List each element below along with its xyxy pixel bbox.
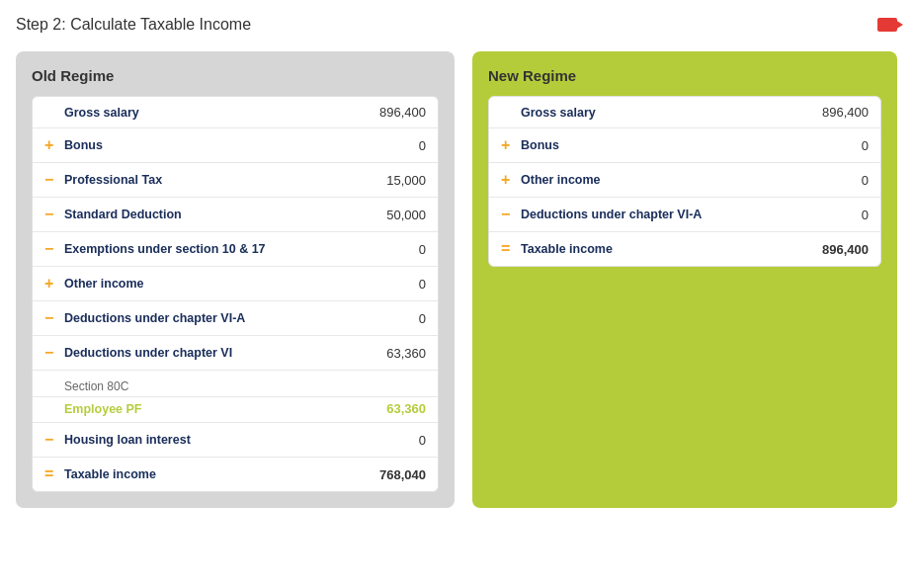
new-taxable-label: Taxable income: [521, 242, 799, 256]
new-bonus-label: Bonus: [521, 138, 799, 152]
new-regime-table: Gross salary 896,400 + Bonus 0 + Other i…: [488, 96, 881, 267]
old-bonus-label: Bonus: [64, 138, 357, 152]
old-bonus-row: + Bonus 0: [33, 128, 438, 163]
old-regime-table: Gross salary 896,400 + Bonus 0 − Profess…: [32, 96, 439, 492]
new-bonus-row: + Bonus 0: [489, 128, 880, 163]
old-deductions-via-label: Deductions under chapter VI-A: [64, 311, 357, 325]
old-deductions-via-row: − Deductions under chapter VI-A 0: [33, 301, 438, 336]
old-standard-deduction-symbol: −: [44, 206, 60, 223]
old-housing-loan-label: Housing loan interest: [64, 433, 357, 447]
new-bonus-value: 0: [799, 138, 869, 153]
old-professional-tax-value: 15,000: [357, 173, 426, 188]
old-other-income-row: + Other income 0: [33, 267, 438, 301]
old-deductions-vi-value: 63,360: [357, 346, 426, 361]
old-taxable-label: Taxable income: [64, 467, 357, 481]
old-professional-tax-row: − Professional Tax 15,000: [33, 163, 438, 198]
old-bonus-value: 0: [357, 138, 426, 153]
new-deductions-via-row: − Deductions under chapter VI-A 0: [489, 198, 880, 232]
old-standard-deduction-value: 50,000: [357, 208, 426, 222]
old-deductions-via-value: 0: [357, 311, 426, 326]
old-gross-label: Gross salary: [64, 106, 357, 120]
old-professional-tax-label: Professional Tax: [64, 173, 357, 187]
new-regime-panel: New Regime Gross salary 896,400 + Bonus …: [472, 51, 897, 508]
old-taxable-symbol: =: [44, 465, 60, 483]
old-deductions-vi-symbol: −: [44, 344, 60, 362]
old-section80c-header: Section 80C: [33, 371, 438, 397]
new-other-income-symbol: +: [501, 171, 517, 189]
new-other-income-label: Other income: [521, 173, 799, 187]
new-deductions-via-value: 0: [799, 208, 869, 222]
new-gross-value: 896,400: [799, 105, 869, 120]
old-housing-loan-symbol: −: [44, 431, 60, 449]
old-exemptions-symbol: −: [44, 240, 60, 258]
new-other-income-row: + Other income 0: [489, 163, 880, 198]
old-housing-loan-value: 0: [357, 433, 426, 448]
old-other-income-value: 0: [357, 277, 426, 292]
old-deductions-vi-label: Deductions under chapter VI: [64, 346, 357, 360]
old-gross-value: 896,400: [357, 105, 426, 120]
new-bonus-symbol: +: [501, 136, 517, 154]
old-exemptions-value: 0: [357, 242, 426, 257]
new-other-income-value: 0: [799, 173, 869, 188]
panels-container: Old Regime Gross salary 896,400 + Bonus …: [16, 51, 897, 508]
old-employee-pf-value: 63,360: [386, 401, 426, 416]
old-taxable-income-row: = Taxable income 768,040: [33, 458, 438, 491]
old-other-income-label: Other income: [64, 277, 357, 291]
old-exemptions-row: − Exemptions under section 10 & 17 0: [33, 232, 438, 267]
new-taxable-income-row: = Taxable income 896,400: [489, 232, 880, 266]
new-regime-title: New Regime: [488, 67, 881, 84]
old-regime-panel: Old Regime Gross salary 896,400 + Bonus …: [16, 51, 455, 508]
old-standard-deduction-row: − Standard Deduction 50,000: [33, 198, 438, 232]
new-taxable-value: 896,400: [799, 242, 869, 257]
old-employee-pf-row: Employee PF 63,360: [33, 397, 438, 423]
old-regime-title: Old Regime: [32, 67, 439, 84]
old-deductions-vi-row: − Deductions under chapter VI 63,360: [33, 336, 438, 371]
old-standard-deduction-label: Standard Deduction: [64, 208, 357, 221]
old-bonus-symbol: +: [44, 136, 60, 154]
page-header: Step 2: Calculate Taxable Income: [16, 16, 897, 34]
old-employee-pf-label: Employee PF: [64, 402, 386, 416]
old-taxable-value: 768,040: [357, 467, 426, 482]
new-deductions-via-symbol: −: [501, 206, 517, 223]
new-gross-salary-row: Gross salary 896,400: [489, 97, 880, 128]
new-taxable-symbol: =: [501, 240, 517, 258]
old-deductions-via-symbol: −: [44, 309, 60, 327]
page-title: Step 2: Calculate Taxable Income: [16, 16, 251, 34]
new-gross-label: Gross salary: [521, 106, 799, 120]
video-icon: [877, 18, 897, 32]
old-other-income-symbol: +: [44, 275, 60, 293]
old-gross-salary-row: Gross salary 896,400: [33, 97, 438, 128]
old-section80c-label: Section 80C: [64, 379, 128, 393]
old-exemptions-label: Exemptions under section 10 & 17: [64, 242, 357, 256]
old-professional-tax-symbol: −: [44, 171, 60, 189]
old-housing-loan-row: − Housing loan interest 0: [33, 423, 438, 458]
new-deductions-via-label: Deductions under chapter VI-A: [521, 208, 799, 221]
